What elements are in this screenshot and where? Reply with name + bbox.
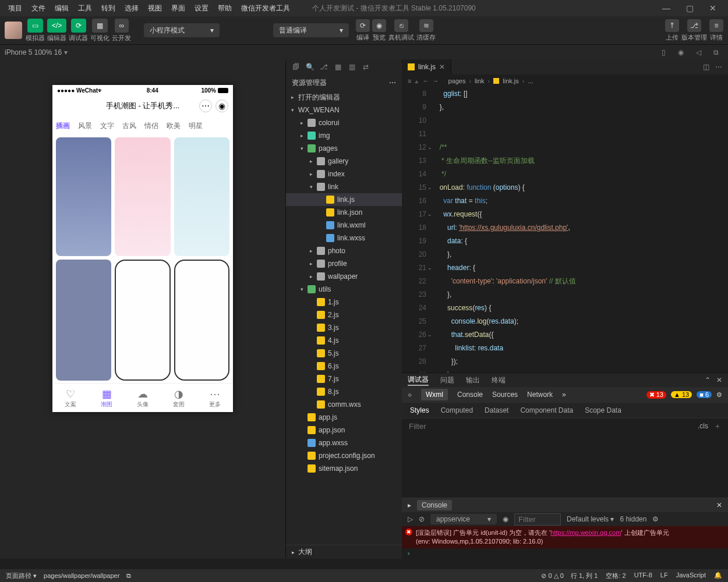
inspect-icon[interactable]: ⟐ [408,391,412,399]
menu-icon[interactable]: ⋯ [199,100,212,112]
menu-item[interactable]: 界面 [167,1,190,16]
tree-node[interactable]: 4.js [286,334,402,347]
close-icon[interactable]: ✕ [439,63,445,71]
nav-item[interactable]: ♡文案 [52,384,89,412]
nav-item[interactable]: ▦潮图 [89,384,125,412]
style-tab[interactable]: Styles [410,406,429,414]
crumb[interactable]: pages [448,77,465,84]
devtab[interactable]: Sources [492,391,518,399]
preview-button[interactable]: ◉ [372,19,386,32]
tree-node[interactable]: app.json [286,424,402,436]
code-editor[interactable]: 89101112⌄131415⌄1617⌄18192021⌄2223242526… [402,87,728,372]
debug-tab[interactable]: 调试器 [408,375,429,386]
problems[interactable]: ⊘ 0 △ 0 [541,572,563,580]
gear-icon[interactable]: ⚙ [716,391,722,399]
compile-dropdown[interactable]: 普通编译▾ [273,23,349,37]
branch-icon[interactable]: ⎇ [319,63,329,71]
tree-node[interactable]: 1.js [286,296,402,308]
tree-node[interactable]: project.config.json [286,449,402,462]
nav-item[interactable]: ☁头像 [125,384,161,412]
eye-icon[interactable]: ◉ [503,515,508,523]
visual-toggle[interactable]: ▦ [92,19,108,33]
eol[interactable]: LF [660,572,668,580]
tree-node[interactable]: 6.js [286,360,402,372]
compile-button[interactable]: ⟳ [356,19,370,32]
list-icon[interactable]: ≡ [408,77,411,84]
maximize-icon[interactable]: ▢ [678,3,701,13]
clear-icon[interactable]: ⊘ [419,515,425,523]
tree-node[interactable]: link.wxml [286,219,402,232]
tab[interactable]: 风景 [78,121,92,131]
tree-node[interactable]: ▸gallery [286,155,402,168]
menu-item[interactable]: 视图 [143,1,167,16]
search-icon[interactable]: 🔍 [305,63,315,71]
remote-debug-button[interactable]: ⎋ [394,19,408,32]
tab[interactable]: 明星 [189,121,203,131]
simulator-toggle[interactable]: ▭ [27,19,43,33]
outline-section[interactable]: ▸大纲 [286,545,402,559]
mute-icon[interactable]: ◁ [691,48,706,56]
levels-dropdown[interactable]: Default levels ▾ [567,515,614,523]
thumbnail[interactable] [174,260,229,381]
menu-item[interactable]: 编辑 [50,1,73,16]
menu-item[interactable]: 转到 [97,1,120,16]
close-icon[interactable]: ✕ [701,3,725,13]
tree-node[interactable]: ▾link [286,180,402,193]
menu-item[interactable]: 微信开发者工具 [236,1,295,16]
tab[interactable]: 文字 [100,121,114,131]
tree-node[interactable]: 3.js [286,321,402,334]
popout-icon[interactable]: ⧉ [708,48,723,56]
menu-item[interactable]: 设置 [190,1,213,16]
tree-node[interactable]: ▸profile [286,257,402,270]
style-filter-input[interactable] [409,422,692,431]
tree-node[interactable]: 5.js [286,347,402,360]
tree-node[interactable]: sitemap.json [286,462,402,475]
warning-count[interactable]: ▲ 13 [671,391,692,398]
style-tab[interactable]: Computed [441,406,473,414]
menu-item[interactable]: 帮助 [213,1,236,16]
debug-tab[interactable]: 终端 [492,375,506,385]
cloud-toggle[interactable]: ∞ [115,19,129,33]
nav-item[interactable]: ◑套图 [161,384,197,412]
thumbnail[interactable] [115,137,170,256]
tree-node[interactable]: app.wxss [286,436,402,449]
tree-node[interactable]: 8.js [286,385,402,398]
tree-node[interactable]: ▸wallpaper [286,270,402,283]
path-label[interactable]: 页面路径 ▾ [6,572,37,580]
clear-cache-button[interactable]: ≋ [419,19,433,32]
more-icon[interactable]: ⋯ [389,79,396,87]
thumbnail[interactable] [115,260,170,381]
back-icon[interactable]: ← [422,77,429,84]
tree-node[interactable]: ▸photo [286,244,402,257]
tree-node[interactable]: link.js [286,193,402,206]
tree-section[interactable]: ▾WX_WENAN [286,104,402,116]
close-icon[interactable]: ✕ [716,501,722,509]
tab[interactable]: 情侣 [144,121,158,131]
hidden-count[interactable]: 6 hidden [620,515,646,523]
debug-tab[interactable]: 问题 [440,375,454,385]
tree-node[interactable]: ▸img [286,129,402,142]
add-icon[interactable]: ＋ [714,421,721,431]
chevron-up-icon[interactable]: ⌃ [705,376,711,384]
more-icon[interactable]: ⋯ [715,63,722,71]
menu-item[interactable]: 文件 [27,1,50,16]
tree-node[interactable]: 2.js [286,308,402,321]
devtab[interactable]: Wxml [421,389,448,400]
play-icon[interactable]: ▷ [408,515,413,523]
nav-item[interactable]: ⋯更多 [197,384,233,412]
record-icon[interactable]: ◉ [673,48,688,56]
mode-dropdown[interactable]: 小程序模式▾ [144,23,220,37]
devtab[interactable]: Network [527,391,553,399]
crumb[interactable]: link.js [503,77,519,84]
avatar[interactable] [5,22,22,39]
gear-icon[interactable]: ⚙ [652,515,659,523]
info-count[interactable]: ■ 6 [697,391,712,398]
console-label[interactable]: Console [417,500,452,510]
console-filter-input[interactable] [514,513,561,526]
tree-node[interactable]: 7.js [286,372,402,385]
tree-node[interactable]: link.wxss [286,232,402,244]
thumbnail[interactable] [174,137,229,256]
version-button[interactable]: ⎇ [687,19,701,32]
tree-node[interactable]: ▸index [286,168,402,180]
crumb[interactable]: link [475,77,485,84]
